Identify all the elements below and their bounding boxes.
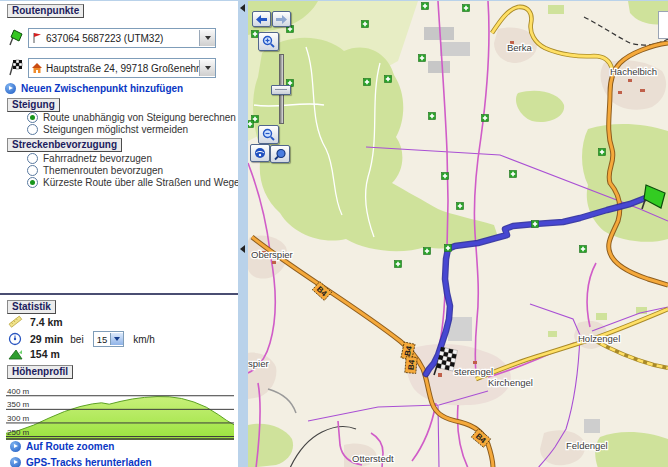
radio-selected-icon[interactable] xyxy=(27,177,38,188)
elevation-ytick-label: 400 m xyxy=(7,387,30,396)
ascent-row: 154 m xyxy=(8,347,60,361)
pan-back-button[interactable] xyxy=(252,11,271,27)
pan-forward-button[interactable] xyxy=(272,11,291,27)
magnifier-minus-icon xyxy=(262,128,275,141)
map[interactable]: BerkaHachelbichOberspierNiederspierHolze… xyxy=(238,1,668,467)
radio-option-label: Themenrouten bevorzugen xyxy=(43,165,163,176)
destination-dropdown-button[interactable] xyxy=(199,60,215,76)
zoom-in-button[interactable] xyxy=(258,32,279,51)
start-point-value: 637064 5687223 (UTM32) xyxy=(43,33,199,44)
magnifier-plus-icon xyxy=(262,35,275,48)
bike-node-marker xyxy=(599,149,606,156)
arrow-right-icon xyxy=(276,15,287,24)
box-zoom-button[interactable] xyxy=(270,145,290,163)
radio-option[interactable]: Kürzeste Route über alle Straßen und Weg… xyxy=(27,177,240,188)
distance-row: 7.4 km xyxy=(8,315,63,329)
speed-select-arrow[interactable] xyxy=(110,333,123,345)
radio-option-label: Kürzeste Route über alle Straßen und Weg… xyxy=(43,177,240,188)
play-icon xyxy=(10,441,21,452)
bike-node-marker xyxy=(424,248,431,255)
duration-value: 29 min xyxy=(30,333,63,345)
bike-node-marker xyxy=(429,113,436,120)
magnifier-select-icon xyxy=(274,148,287,161)
bike-node-marker xyxy=(362,21,369,28)
bike-node-marker xyxy=(445,245,452,252)
sidebar-divider xyxy=(0,293,238,295)
zoom-out-button[interactable] xyxy=(258,125,279,144)
elevation-ytick-label: 250 m xyxy=(7,428,30,437)
map-place-label: Oberspier xyxy=(251,249,293,260)
radio-unselected-icon[interactable] xyxy=(27,153,38,164)
map-canvas[interactable]: BerkaHachelbichOberspierNiederspierHolze… xyxy=(248,1,668,467)
bike-node-marker xyxy=(482,115,489,122)
radio-option[interactable]: Route unabhängig von Steigung berechnen xyxy=(27,112,236,123)
bike-node-marker xyxy=(442,173,449,180)
action-link-label: Auf Route zoomen xyxy=(26,441,114,452)
bike-node-marker xyxy=(248,121,254,128)
speed-value: 15 xyxy=(94,334,111,345)
svg-text:B4: B4 xyxy=(407,359,417,371)
radio-selected-icon[interactable] xyxy=(27,112,38,123)
bike-node-marker xyxy=(580,246,587,253)
radio-option-label: Fahrradnetz bevorzugen xyxy=(43,153,152,164)
destination-select[interactable]: Hauptstraße 24, 99718 Großenehrich xyxy=(28,58,216,78)
map-place-label: Kirchengel xyxy=(488,377,533,388)
bike-node-marker xyxy=(510,171,517,178)
speed-select[interactable]: 15 xyxy=(93,331,125,347)
radio-option[interactable]: Steigungen möglichst vermeiden xyxy=(27,124,236,135)
pan-mode-button[interactable] xyxy=(250,144,270,162)
start-flag-icon xyxy=(6,28,24,46)
collapse-arrow-icon[interactable] xyxy=(240,245,245,253)
road-badge-b4: B4 xyxy=(405,357,417,374)
radio-option[interactable]: Themenrouten bevorzugen xyxy=(27,165,240,176)
add-waypoint-label: Neuen Zwischenpunkt hinzufügen xyxy=(21,83,183,94)
bike-node-marker xyxy=(422,3,429,10)
play-icon xyxy=(10,457,21,467)
routenpunkte-header: Routenpunkte xyxy=(7,4,84,18)
radio-option[interactable]: Fahrradnetz bevorzugen xyxy=(27,153,240,164)
duration-row: 29 min bei 15 km/h xyxy=(8,331,155,347)
map-place-label: Holzengel xyxy=(578,333,620,344)
bike-node-marker xyxy=(364,79,371,86)
overview-panel-toggle[interactable] xyxy=(658,11,668,39)
map-place-label: Hachelbich xyxy=(610,66,657,77)
bei-label: bei xyxy=(70,334,83,345)
speed-unit-label: km/h xyxy=(133,334,155,345)
destination-flag-icon xyxy=(6,58,24,76)
bike-node-marker xyxy=(463,5,470,12)
sidebar: Routenpunkte 637064 5687223 (UTM32) xyxy=(0,1,238,467)
clock-icon xyxy=(8,332,23,346)
radio-unselected-icon[interactable] xyxy=(27,124,38,135)
action-link-label: GPS-Tracks herunterladen xyxy=(26,457,152,467)
hoehenprofil-header: Höhenprofil xyxy=(7,365,73,379)
elevation-ytick-label: 300 m xyxy=(7,414,30,423)
red-flag-icon xyxy=(31,32,43,44)
map-place-label: Otterstedt xyxy=(352,453,394,464)
radio-unselected-icon[interactable] xyxy=(27,165,38,176)
bike-node-marker xyxy=(457,203,464,210)
radio-option-label: Route unabhängig von Steigung berechnen xyxy=(43,112,236,123)
route-planner-app: Routenpunkte 637064 5687223 (UTM32) xyxy=(0,0,668,467)
download-gps-tracks-link[interactable]: GPS-Tracks herunterladen xyxy=(10,457,243,467)
elevation-ytick-label: 350 m xyxy=(7,400,30,409)
distance-value: 7.4 km xyxy=(30,316,63,328)
sidebar-collapse-strip[interactable] xyxy=(238,1,248,467)
radio-option-label: Steigungen möglichst vermeiden xyxy=(43,124,188,135)
start-dropdown-button[interactable] xyxy=(199,30,215,46)
bike-node-marker xyxy=(395,261,402,268)
zoom-to-route-link[interactable]: Auf Route zoomen xyxy=(10,441,243,452)
add-waypoint-link[interactable]: Neuen Zwischenpunkt hinzufügen xyxy=(5,83,183,94)
statistik-header: Statistik xyxy=(7,300,56,314)
play-icon xyxy=(5,83,16,94)
bike-node-marker xyxy=(419,55,426,62)
map-place-label: Feldengel xyxy=(566,440,608,451)
globe-pan-icon xyxy=(254,147,266,159)
destination-value: Hauptstraße 24, 99718 Großenehrich xyxy=(43,63,199,74)
start-point-select[interactable]: 637064 5687223 (UTM32) xyxy=(28,28,216,48)
house-icon xyxy=(31,62,43,74)
zoom-slider-handle[interactable] xyxy=(271,85,291,95)
collapse-arrow-icon[interactable] xyxy=(240,4,245,12)
streckenbevorzugung-header: Streckenbevorzugung xyxy=(7,138,122,152)
bike-node-marker xyxy=(385,76,392,83)
ascent-value: 154 m xyxy=(30,348,60,360)
